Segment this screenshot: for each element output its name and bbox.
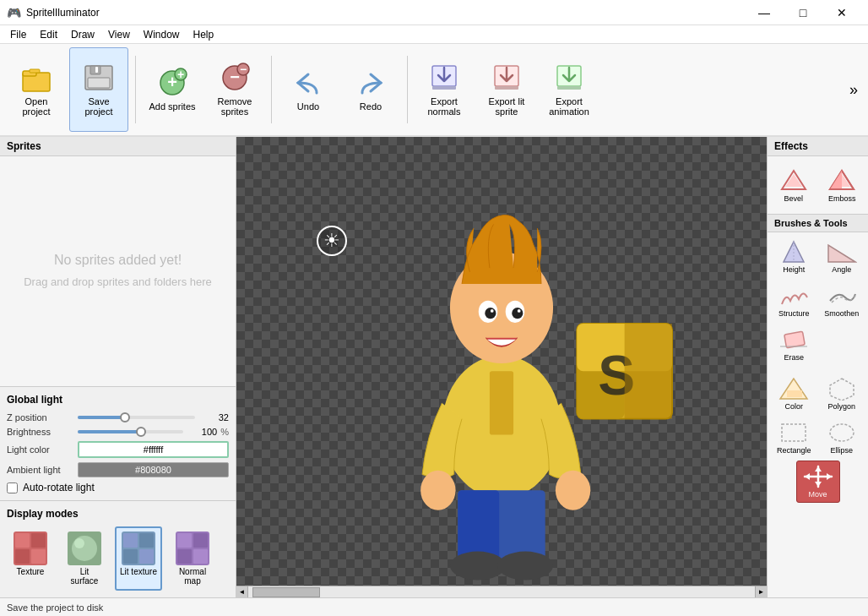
emboss-icon (827, 167, 857, 193)
horizontal-scrollbar[interactable]: ◄ ► (236, 586, 767, 597)
svg-point-27 (72, 536, 97, 561)
height-label: Height (783, 265, 805, 274)
lit-surface-label: Lit surface (66, 567, 103, 586)
svg-text:−: − (240, 63, 247, 76)
open-project-button[interactable]: Open project (7, 47, 66, 132)
add-sprites-icon: + + (155, 68, 189, 98)
smoothen-label: Smoothen (824, 309, 859, 318)
angle-tool[interactable]: Angle (819, 236, 865, 278)
svg-rect-35 (177, 533, 192, 548)
svg-rect-37 (177, 549, 192, 564)
auto-rotate-label: Auto-rotate light (23, 482, 95, 493)
svg-point-53 (497, 552, 553, 581)
export-normals-button[interactable]: Export normals (415, 47, 474, 132)
app-title: SpritelIluminator (26, 7, 100, 19)
structure-icon (778, 284, 809, 308)
menu-view[interactable]: View (101, 27, 137, 42)
tools-grid-1: Height Angle Structure Smoothen (768, 232, 868, 369)
light-color-input[interactable] (78, 441, 229, 458)
ellipse-icon (827, 421, 857, 444)
export-animation-button[interactable]: Export animation (540, 47, 599, 132)
polygon-tool[interactable]: Polygon (819, 373, 865, 415)
brightness-slider[interactable] (78, 430, 183, 433)
more-options-icon[interactable]: » (846, 78, 861, 102)
drag-drop-text: Drag and drop sprites and folders here (24, 275, 212, 290)
display-mode-lit-texture[interactable]: Lit texture (115, 526, 162, 591)
light-control-icon[interactable]: ☀ (317, 226, 347, 256)
display-mode-normal-map[interactable]: Normal map (169, 526, 216, 591)
svg-rect-5 (88, 78, 110, 88)
undo-button[interactable]: Undo (279, 47, 338, 132)
minimize-button[interactable]: — (745, 0, 784, 25)
scroll-track-h (248, 586, 755, 598)
brightness-label: Brightness (7, 427, 74, 437)
polygon-icon (827, 377, 857, 401)
add-sprites-button[interactable]: + + Add sprites (143, 47, 202, 132)
menu-file[interactable]: File (3, 27, 33, 42)
polygon-label: Polygon (827, 402, 855, 411)
rectangle-tool[interactable]: Rectangle (771, 417, 817, 459)
maximize-button[interactable]: □ (784, 0, 822, 25)
window-controls: — □ ✕ (745, 0, 861, 25)
z-position-row: Z position 32 (7, 412, 229, 422)
close-button[interactable]: ✕ (822, 0, 861, 25)
svg-rect-25 (31, 549, 46, 564)
move-label: Move (808, 490, 827, 499)
remove-sprites-button[interactable]: − − Remove sprites (205, 47, 264, 132)
svg-rect-31 (139, 533, 154, 548)
svg-rect-70 (784, 331, 805, 348)
sprites-panel-title: Sprites (0, 137, 236, 156)
smoothen-tool[interactable]: Smoothen (819, 280, 865, 322)
svg-marker-69 (828, 245, 855, 262)
svg-marker-58 (625, 324, 672, 419)
scroll-thumb-h[interactable] (252, 587, 320, 597)
color-label: Color (784, 402, 803, 411)
left-panel: Sprites No sprites added yet! Drag and d… (0, 137, 236, 597)
scroll-right-button[interactable]: ► (755, 586, 767, 598)
svg-rect-38 (193, 549, 208, 564)
status-text: Save the project to disk (7, 602, 103, 613)
lit-texture-icon (122, 532, 155, 565)
scroll-left-button[interactable]: ◄ (236, 586, 248, 598)
toolbar-separator-1 (135, 56, 136, 123)
main-layout: Sprites No sprites added yet! Drag and d… (0, 137, 868, 597)
bevel-button[interactable]: Bevel (771, 163, 816, 207)
global-light-section: Global light Z position 32 Brightness 10… (0, 386, 236, 500)
menu-window[interactable]: Window (137, 27, 187, 42)
svg-rect-23 (31, 533, 46, 548)
move-icon (803, 465, 833, 488)
svg-point-52 (450, 552, 506, 581)
svg-point-43 (485, 308, 496, 319)
open-project-icon (19, 63, 53, 93)
move-tool[interactable]: Move (796, 461, 840, 503)
export-lit-sprite-button[interactable]: Export lit sprite (477, 47, 536, 132)
auto-rotate-checkbox[interactable] (7, 482, 18, 493)
display-mode-texture[interactable]: Texture (7, 526, 54, 591)
undo-icon (291, 68, 325, 98)
menu-draw[interactable]: Draw (64, 27, 101, 42)
svg-rect-51 (458, 490, 499, 562)
normal-map-icon (176, 532, 209, 565)
save-project-button[interactable]: Save project (69, 47, 128, 132)
display-mode-lit-surface[interactable]: Lit surface (61, 526, 108, 591)
canvas-area[interactable]: S ☀ ◄ ► (236, 137, 767, 597)
lit-texture-label: Lit texture (120, 567, 157, 576)
brushes-tools-title: Brushes & Tools (768, 214, 868, 232)
menu-help[interactable]: Help (187, 27, 221, 42)
svg-point-46 (518, 309, 521, 313)
erase-tool[interactable]: Erase (771, 324, 817, 366)
ambient-light-input[interactable] (78, 462, 229, 477)
svg-point-45 (491, 309, 494, 313)
redo-button[interactable]: Redo (341, 47, 400, 132)
tools-grid-2: Color Polygon Rectangle Ellipse (768, 369, 868, 506)
height-tool[interactable]: Height (771, 236, 817, 278)
no-sprites-text: No sprites added yet! (54, 253, 182, 268)
color-tool[interactable]: Color (771, 373, 817, 415)
right-panel: Effects Bevel Emboss (767, 137, 868, 597)
emboss-button[interactable]: Emboss (820, 163, 865, 207)
export-animation-icon (552, 63, 586, 93)
menu-edit[interactable]: Edit (33, 27, 64, 42)
z-position-slider[interactable] (78, 416, 195, 419)
structure-tool[interactable]: Structure (771, 280, 817, 322)
ellipse-tool[interactable]: Ellipse (819, 417, 865, 459)
